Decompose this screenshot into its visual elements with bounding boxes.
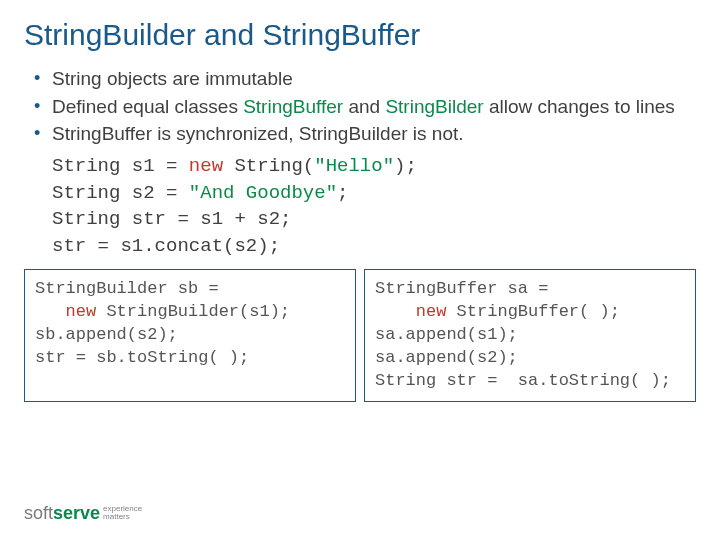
- logo-serve: serve: [53, 503, 100, 523]
- logo-tagline: experiencematters: [103, 505, 142, 521]
- bullet-item: Defined equal classes StringBuffer and S…: [30, 94, 696, 120]
- bullet-item: StringBuffer is synchronized, StringBuil…: [30, 121, 696, 147]
- code-snippet: String s1 = new String("Hello"); String …: [24, 153, 696, 259]
- stringbuffer-box: StringBuffer sa = new StringBuffer( ); s…: [364, 269, 696, 402]
- bullet-item: String objects are immutable: [30, 66, 696, 92]
- code-boxes-row: StringBuilder sb = new StringBuilder(s1)…: [24, 269, 696, 402]
- class-name: StringBilder: [385, 96, 483, 117]
- logo-soft: soft: [24, 503, 53, 523]
- class-name: StringBuffer: [243, 96, 343, 117]
- stringbuilder-box: StringBuilder sb = new StringBuilder(s1)…: [24, 269, 356, 402]
- slide-title: StringBuilder and StringBuffer: [24, 18, 696, 52]
- bullet-list: String objects are immutable Defined equ…: [24, 66, 696, 147]
- logo: softserveexperiencematters: [24, 503, 142, 524]
